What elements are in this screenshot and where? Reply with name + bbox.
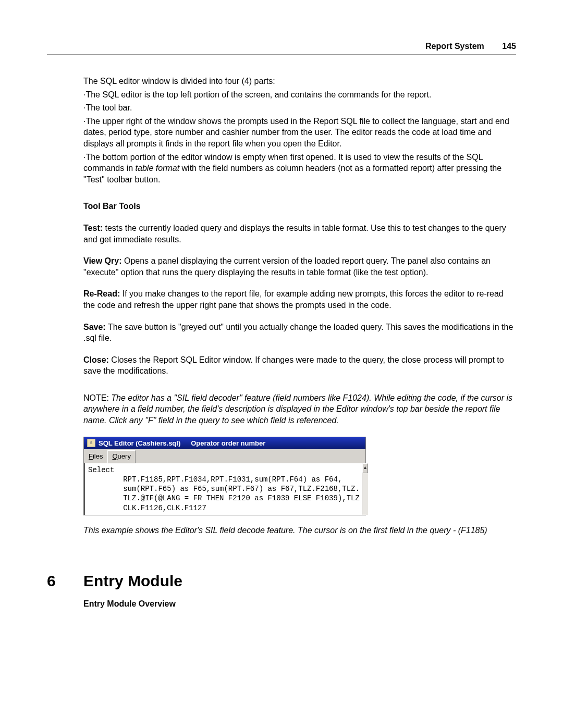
app-icon: s — [87, 439, 95, 447]
intro-bullet-1: ·The SQL editor is the top left portion … — [83, 89, 516, 101]
intro-bullet-4: ·The bottom portion of the editor window… — [83, 152, 516, 186]
intro-line: The SQL editor window is divided into fo… — [83, 76, 516, 87]
scroll-track[interactable] — [362, 473, 368, 515]
section-subheading: Entry Module Overview — [83, 598, 516, 610]
intro-block: The SQL editor window is divided into fo… — [83, 76, 516, 185]
scroll-up-button[interactable]: ▲ — [362, 463, 368, 473]
section-title: Entry Module — [83, 572, 182, 590]
page-header: Report System 145 — [47, 42, 516, 55]
tool-save: Save: The save button is "greyed out" un… — [83, 322, 516, 344]
toolbar-heading: Tool Bar Tools — [83, 201, 516, 212]
intro-bullet-2: ·The tool bar. — [83, 102, 516, 114]
header-title: Report System — [425, 42, 484, 51]
window-titlebar[interactable]: s SQL Editor (Cashiers.sql) Operator ord… — [84, 437, 365, 450]
tool-re-read: Re-Read: If you make changes to the repo… — [83, 288, 516, 311]
tool-test: Test: tests the currently loaded query a… — [83, 223, 516, 245]
figure-caption: This example shows the Editor's SIL fiel… — [83, 525, 516, 536]
section-number: 6 — [47, 572, 83, 590]
note-paragraph: NOTE: The editor has a "SIL field decode… — [83, 392, 516, 426]
window-title-field-decode: Operator order number — [191, 439, 265, 448]
header-page-number: 145 — [502, 42, 516, 51]
window-menubar: Files Query — [84, 449, 365, 463]
window-title-filename: SQL Editor (Cashiers.sql) — [99, 439, 180, 448]
menu-query[interactable]: Query — [107, 450, 135, 463]
sql-editor-window: s SQL Editor (Cashiers.sql) Operator ord… — [83, 437, 366, 515]
vertical-scrollbar[interactable]: ▲ — [362, 463, 368, 515]
tool-close: Close: Closes the Report SQL Editor wind… — [83, 354, 516, 377]
menu-files[interactable]: Files — [84, 450, 107, 463]
sql-code-area[interactable]: Select RPT.F1185,RPT.F1034,RPT.F1031,sum… — [84, 463, 362, 515]
intro-bullet-3: ·The upper right of the window shows the… — [83, 116, 516, 150]
tool-view-qry: View Qry: Opens a panel displaying the c… — [83, 255, 516, 278]
